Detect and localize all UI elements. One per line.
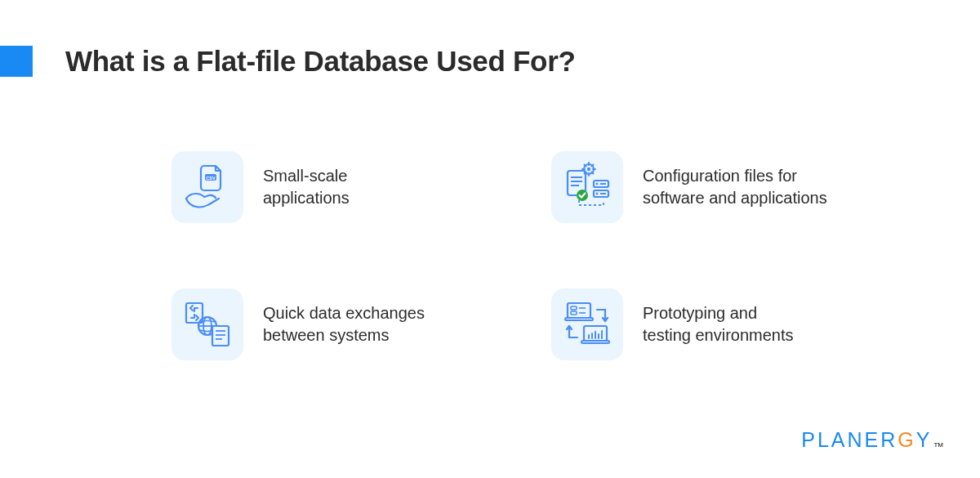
header: What is a Flat-file Database Used For?	[0, 0, 980, 102]
svg-rect-25	[571, 306, 577, 310]
svg-text:CSV: CSV	[206, 176, 216, 181]
items-grid: CSV Small-scale applications	[0, 102, 980, 360]
item-config: Configuration files for software and app…	[551, 151, 866, 223]
svg-rect-24	[565, 318, 593, 320]
brand-logo: PLANERGY TM	[801, 428, 943, 452]
svg-point-7	[587, 168, 590, 171]
config-gear-icon	[551, 151, 623, 223]
item-label: Prototyping and testing environments	[643, 302, 794, 346]
brand-text: PLANERGY	[801, 428, 932, 452]
item-small-scale: CSV Small-scale applications	[172, 151, 486, 223]
item-exchange: Quick data exchanges between systems	[172, 288, 486, 360]
svg-rect-27	[571, 311, 577, 315]
svg-rect-19	[212, 326, 229, 346]
csv-hand-icon: CSV	[172, 151, 243, 223]
prototype-laptops-icon	[551, 288, 623, 360]
page-title: What is a Flat-file Database Used For?	[65, 45, 576, 78]
exchange-globe-icon	[172, 288, 243, 360]
svg-rect-23	[568, 303, 590, 318]
item-label: Quick data exchanges between systems	[263, 302, 425, 346]
item-label: Configuration files for software and app…	[643, 165, 827, 209]
accent-bar	[0, 46, 33, 77]
brand-tm: TM	[933, 441, 943, 449]
svg-rect-30	[581, 341, 609, 343]
svg-point-10	[596, 183, 599, 185]
svg-point-13	[596, 193, 599, 195]
item-prototype: Prototyping and testing environments	[551, 288, 866, 360]
item-label: Small-scale applications	[263, 165, 350, 209]
